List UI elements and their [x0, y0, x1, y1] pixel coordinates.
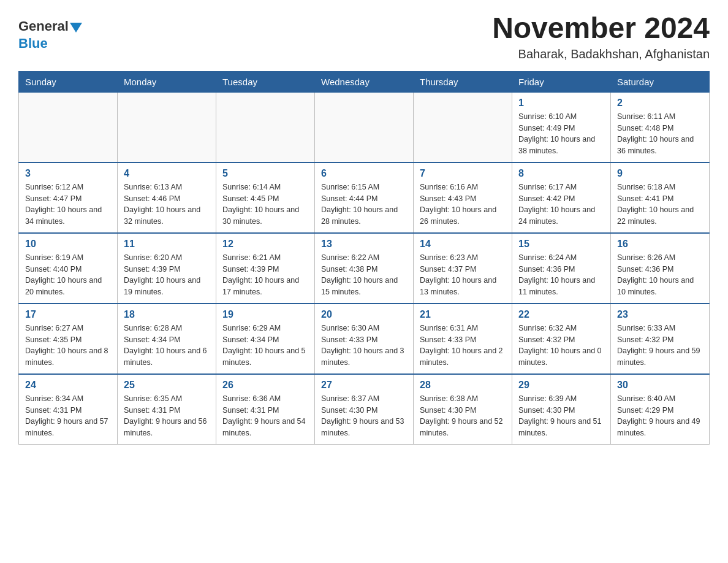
day-number: 25: [124, 380, 210, 391]
page-header: General Blue November 2024 Baharak, Bada…: [18, 12, 710, 61]
calendar-cell: [315, 92, 414, 163]
calendar-week-row: 10Sunrise: 6:19 AMSunset: 4:40 PMDayligh…: [19, 233, 710, 304]
calendar-cell: 29Sunrise: 6:39 AMSunset: 4:30 PMDayligh…: [512, 374, 611, 445]
day-info: Sunrise: 6:16 AMSunset: 4:43 PMDaylight:…: [420, 182, 506, 228]
day-info: Sunrise: 6:20 AMSunset: 4:39 PMDaylight:…: [124, 252, 210, 298]
day-info: Sunrise: 6:12 AMSunset: 4:47 PMDaylight:…: [25, 182, 111, 228]
day-info: Sunrise: 6:30 AMSunset: 4:33 PMDaylight:…: [321, 323, 407, 369]
calendar-cell: 1Sunrise: 6:10 AMSunset: 4:49 PMDaylight…: [512, 92, 611, 163]
column-header-friday: Friday: [512, 71, 611, 92]
day-number: 5: [222, 168, 308, 179]
day-info: Sunrise: 6:26 AMSunset: 4:36 PMDaylight:…: [617, 252, 703, 298]
day-info: Sunrise: 6:29 AMSunset: 4:34 PMDaylight:…: [222, 323, 308, 369]
calendar-week-row: 3Sunrise: 6:12 AMSunset: 4:47 PMDaylight…: [19, 163, 710, 233]
day-info: Sunrise: 6:31 AMSunset: 4:33 PMDaylight:…: [420, 323, 506, 369]
day-info: Sunrise: 6:18 AMSunset: 4:41 PMDaylight:…: [617, 182, 703, 228]
logo: General Blue: [18, 18, 82, 52]
day-info: Sunrise: 6:28 AMSunset: 4:34 PMDaylight:…: [124, 323, 210, 369]
day-info: Sunrise: 6:33 AMSunset: 4:32 PMDaylight:…: [617, 323, 703, 369]
day-info: Sunrise: 6:11 AMSunset: 4:48 PMDaylight:…: [617, 111, 703, 157]
calendar-cell: 23Sunrise: 6:33 AMSunset: 4:32 PMDayligh…: [611, 304, 710, 374]
calendar-cell: 10Sunrise: 6:19 AMSunset: 4:40 PMDayligh…: [19, 233, 118, 304]
column-header-monday: Monday: [118, 71, 216, 92]
day-info: Sunrise: 6:21 AMSunset: 4:39 PMDaylight:…: [222, 252, 308, 298]
calendar-cell: [414, 92, 512, 163]
day-info: Sunrise: 6:23 AMSunset: 4:37 PMDaylight:…: [420, 252, 506, 298]
column-header-wednesday: Wednesday: [315, 71, 414, 92]
day-info: Sunrise: 6:34 AMSunset: 4:31 PMDaylight:…: [25, 393, 111, 439]
day-number: 10: [25, 239, 111, 250]
day-info: Sunrise: 6:24 AMSunset: 4:36 PMDaylight:…: [518, 252, 604, 298]
calendar-cell: 28Sunrise: 6:38 AMSunset: 4:30 PMDayligh…: [414, 374, 512, 445]
calendar-cell: 11Sunrise: 6:20 AMSunset: 4:39 PMDayligh…: [118, 233, 216, 304]
calendar-cell: 4Sunrise: 6:13 AMSunset: 4:46 PMDaylight…: [118, 163, 216, 233]
calendar-cell: 6Sunrise: 6:15 AMSunset: 4:44 PMDaylight…: [315, 163, 414, 233]
calendar-cell: 26Sunrise: 6:36 AMSunset: 4:31 PMDayligh…: [216, 374, 315, 445]
calendar-table: SundayMondayTuesdayWednesdayThursdayFrid…: [18, 71, 710, 445]
calendar-cell: 16Sunrise: 6:26 AMSunset: 4:36 PMDayligh…: [611, 233, 710, 304]
day-info: Sunrise: 6:19 AMSunset: 4:40 PMDaylight:…: [25, 252, 111, 298]
calendar-cell: [19, 92, 118, 163]
day-info: Sunrise: 6:27 AMSunset: 4:35 PMDaylight:…: [25, 323, 111, 369]
calendar-cell: 14Sunrise: 6:23 AMSunset: 4:37 PMDayligh…: [414, 233, 512, 304]
day-info: Sunrise: 6:38 AMSunset: 4:30 PMDaylight:…: [420, 393, 506, 439]
day-info: Sunrise: 6:32 AMSunset: 4:32 PMDaylight:…: [518, 323, 604, 369]
day-number: 28: [420, 380, 506, 391]
month-title: November 2024: [492, 12, 710, 45]
title-area: November 2024 Baharak, Badakhshan, Afgha…: [492, 12, 710, 61]
day-info: Sunrise: 6:10 AMSunset: 4:49 PMDaylight:…: [518, 111, 604, 157]
calendar-week-row: 17Sunrise: 6:27 AMSunset: 4:35 PMDayligh…: [19, 304, 710, 374]
column-header-tuesday: Tuesday: [216, 71, 315, 92]
day-info: Sunrise: 6:14 AMSunset: 4:45 PMDaylight:…: [222, 182, 308, 228]
day-number: 17: [25, 309, 111, 320]
day-number: 18: [124, 309, 210, 320]
calendar-cell: 7Sunrise: 6:16 AMSunset: 4:43 PMDaylight…: [414, 163, 512, 233]
day-number: 7: [420, 168, 506, 179]
day-info: Sunrise: 6:36 AMSunset: 4:31 PMDaylight:…: [222, 393, 308, 439]
day-number: 1: [518, 98, 604, 109]
day-number: 15: [518, 239, 604, 250]
day-info: Sunrise: 6:39 AMSunset: 4:30 PMDaylight:…: [518, 393, 604, 439]
day-info: Sunrise: 6:37 AMSunset: 4:30 PMDaylight:…: [321, 393, 407, 439]
column-header-saturday: Saturday: [611, 71, 710, 92]
day-info: Sunrise: 6:40 AMSunset: 4:29 PMDaylight:…: [617, 393, 703, 439]
calendar-cell: 24Sunrise: 6:34 AMSunset: 4:31 PMDayligh…: [19, 374, 118, 445]
day-number: 21: [420, 309, 506, 320]
day-number: 2: [617, 98, 703, 109]
day-number: 14: [420, 239, 506, 250]
calendar-cell: 2Sunrise: 6:11 AMSunset: 4:48 PMDaylight…: [611, 92, 710, 163]
day-number: 9: [617, 168, 703, 179]
day-info: Sunrise: 6:13 AMSunset: 4:46 PMDaylight:…: [124, 182, 210, 228]
day-number: 19: [222, 309, 308, 320]
logo-blue-text: Blue: [18, 36, 48, 51]
day-number: 24: [25, 380, 111, 391]
day-number: 16: [617, 239, 703, 250]
day-info: Sunrise: 6:15 AMSunset: 4:44 PMDaylight:…: [321, 182, 407, 228]
calendar-cell: 18Sunrise: 6:28 AMSunset: 4:34 PMDayligh…: [118, 304, 216, 374]
day-number: 23: [617, 309, 703, 320]
calendar-cell: 8Sunrise: 6:17 AMSunset: 4:42 PMDaylight…: [512, 163, 611, 233]
day-number: 22: [518, 309, 604, 320]
calendar-cell: 30Sunrise: 6:40 AMSunset: 4:29 PMDayligh…: [611, 374, 710, 445]
day-number: 12: [222, 239, 308, 250]
calendar-cell: 15Sunrise: 6:24 AMSunset: 4:36 PMDayligh…: [512, 233, 611, 304]
day-number: 30: [617, 380, 703, 391]
day-number: 20: [321, 309, 407, 320]
location-subtitle: Baharak, Badakhshan, Afghanistan: [492, 47, 710, 61]
column-header-sunday: Sunday: [19, 71, 118, 92]
day-number: 26: [222, 380, 308, 391]
calendar-cell: [118, 92, 216, 163]
calendar-cell: 13Sunrise: 6:22 AMSunset: 4:38 PMDayligh…: [315, 233, 414, 304]
calendar-header-row: SundayMondayTuesdayWednesdayThursdayFrid…: [19, 71, 710, 92]
calendar-cell: 9Sunrise: 6:18 AMSunset: 4:41 PMDaylight…: [611, 163, 710, 233]
calendar-cell: [216, 92, 315, 163]
day-number: 27: [321, 380, 407, 391]
column-header-thursday: Thursday: [414, 71, 512, 92]
calendar-week-row: 24Sunrise: 6:34 AMSunset: 4:31 PMDayligh…: [19, 374, 710, 445]
calendar-cell: 21Sunrise: 6:31 AMSunset: 4:33 PMDayligh…: [414, 304, 512, 374]
logo-general-text: General: [18, 18, 69, 34]
day-number: 6: [321, 168, 407, 179]
day-number: 29: [518, 380, 604, 391]
calendar-cell: 5Sunrise: 6:14 AMSunset: 4:45 PMDaylight…: [216, 163, 315, 233]
day-info: Sunrise: 6:17 AMSunset: 4:42 PMDaylight:…: [518, 182, 604, 228]
